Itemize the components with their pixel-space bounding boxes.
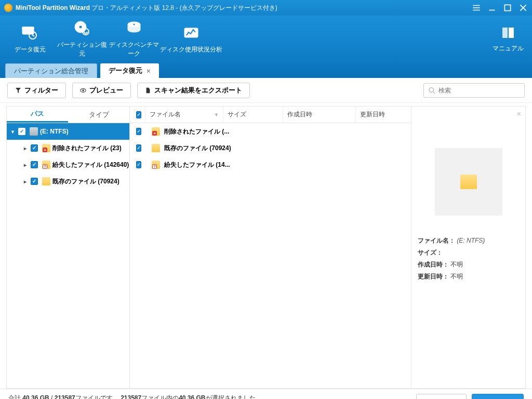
ribbon-data-recovery[interactable]: データ復元 [4,23,56,54]
svg-point-5 [79,25,82,29]
list-body: ✓ ×削除されたファイル (... ✓ 既存のファイル (70924) ✓ ?紛… [130,123,411,388]
file-name: 紛失したファイル (14... [164,161,230,169]
label-created: 作成日時： [418,261,449,268]
folder-icon [42,177,50,185]
maximize-icon[interactable] [503,3,512,12]
menu-icon[interactable] [472,3,481,12]
folder-icon: × [42,144,50,152]
ribbon-partition-recovery[interactable]: パーティション復元 [56,19,108,58]
checkbox[interactable]: ✓ [18,128,25,135]
close-icon[interactable] [518,3,528,12]
button-label: プレビュー [89,86,123,95]
checkbox[interactable]: ✓ [136,161,141,168]
minimize-icon[interactable] [487,3,497,12]
tree-tab-path[interactable]: パス [7,107,68,123]
ribbon-disk-usage[interactable]: ディスク使用状況分析 [160,23,222,54]
tree-panel: パス タイプ ▾ ✓ (E: NTFS) ▸ ✓ × 削除されたファイル (23… [6,106,130,389]
preview-panel: × ファイル名： (E: NTFS) サイズ： 作成日時： 不明 更新日時： 不… [411,106,526,389]
filter-icon [15,87,21,94]
tree-tabs: パス タイプ [7,107,129,123]
ribbon-label: ディスクベンチマーク [108,41,160,58]
preview-close-icon[interactable]: × [517,110,521,118]
ribbon-label: マニュアル [493,44,524,53]
column-modified[interactable]: 更新日時 [356,107,411,123]
drive-icon [30,127,38,136]
label-modified: 更新日時： [418,273,449,280]
column-size[interactable]: サイズ [223,107,283,123]
chevron-right-icon[interactable]: ▸ [21,145,29,151]
preview-info: ファイル名： (E: NTFS) サイズ： 作成日時： 不明 更新日時： 不明 [418,236,519,281]
list-header: ✓ ファイル名▼ サイズ 作成日時 更新日時 [130,107,411,123]
ribbon-label: パーティション復元 [56,41,108,58]
tab-label: データ復元 [109,66,142,75]
svg-point-12 [429,87,434,92]
footer-summary: 合計 40.36 GB / 213587ファイルです。 213587ファイル内の… [8,394,262,400]
list-row[interactable]: ✓ ?紛失したファイル (14... [130,156,411,173]
chevron-right-icon[interactable]: ▸ [21,179,29,184]
tree-item-existing[interactable]: ▸ ✓ 既存のファイル (70924) [7,173,129,190]
tree-item-deleted[interactable]: ▸ ✓ × 削除されたファイル (23) [7,140,129,156]
product-name: MiniTool Partition Wizard [16,4,90,11]
tree-body: ▾ ✓ (E: NTFS) ▸ ✓ × 削除されたファイル (23) ▸ ✓ ?… [7,123,129,388]
list-row[interactable]: ✓ ×削除されたファイル (... [130,123,411,140]
checkbox[interactable]: ✓ [31,144,38,152]
tree-item-lost[interactable]: ▸ ✓ ? 紛失したファイル (142640) [7,156,129,173]
ribbon-toolbar: データ復元 パーティション復元 ディスクベンチマーク ディスク使用状況分析 マニ… [0,16,532,61]
ribbon-label: データ復元 [4,45,56,54]
file-name: 既存のファイル (70924) [164,144,231,153]
file-list-panel: ✓ ファイル名▼ サイズ 作成日時 更新日時 ✓ ×削除されたファイル (...… [130,106,411,389]
tree-label: 既存のファイル (70924) [52,177,119,186]
tab-data-recovery[interactable]: データ復元 × [100,63,159,78]
checkbox[interactable]: ✓ [136,128,141,135]
export-button[interactable]: スキャン結果をエクスポート [137,83,250,98]
main-area: パス タイプ ▾ ✓ (E: NTFS) ▸ ✓ × 削除されたファイル (23… [0,103,532,389]
checkbox[interactable]: ✓ [31,178,38,185]
svg-rect-0 [504,5,510,10]
svg-point-8 [133,23,135,25]
checkbox[interactable]: ✓ [31,161,38,168]
ribbon-disk-benchmark[interactable]: ディスクベンチマーク [108,19,160,58]
search-box[interactable] [423,83,525,98]
checkbox-all[interactable]: ✓ [136,111,141,118]
checkbox[interactable]: ✓ [136,144,141,152]
save-button[interactable]: 保存 [472,394,524,400]
edition-text: プロ・アルティメット版 12.8 - (永久アップグレードサービス付き) [91,4,277,11]
folder-icon [152,144,160,152]
chevron-right-icon[interactable]: ▸ [21,162,29,168]
svg-rect-2 [22,27,34,29]
eye-icon [80,87,86,94]
list-row[interactable]: ✓ 既存のファイル (70924) [130,140,411,156]
column-name[interactable]: ファイル名▼ [145,107,223,123]
home-button[interactable]: ホーム [416,394,467,400]
folder-icon: × [152,127,160,136]
window-title: MiniTool Partition Wizard プロ・アルティメット版 12… [16,4,472,12]
manual-icon [500,24,516,41]
title-bar: MiniTool Partition Wizard プロ・アルティメット版 12… [0,0,532,16]
disk-usage-icon [182,23,201,42]
folder-icon: ? [152,161,160,169]
preview-button[interactable]: プレビュー [72,83,131,98]
tree-root-drive[interactable]: ▾ ✓ (E: NTFS) [7,123,129,140]
disk-benchmark-icon [125,19,143,37]
value-filename: (E: NTFS) [457,237,485,244]
svg-point-11 [82,89,84,91]
ribbon-label: ディスク使用状況分析 [160,45,222,54]
document-tabs: パーティション総合管理 データ復元 × [0,61,532,78]
chevron-down-icon[interactable]: ▾ [9,129,16,135]
app-logo-icon [4,4,12,12]
tab-partition-manager[interactable]: パーティション総合管理 [5,63,97,78]
tree-label: 削除されたファイル (23) [52,144,122,153]
action-toolbar: フィルター プレビュー スキャン結果をエクスポート [0,78,532,103]
label-size: サイズ： [418,249,443,256]
tab-close-icon[interactable]: × [147,67,151,75]
data-recovery-icon [21,23,39,42]
button-label: フィルター [24,86,58,95]
sort-desc-icon: ▼ [214,112,219,117]
ribbon-manual[interactable]: マニュアル [488,24,528,53]
partition-recovery-icon [73,19,91,37]
column-created[interactable]: 作成日時 [283,107,356,123]
search-input[interactable] [438,87,520,94]
tree-tab-type[interactable]: タイプ [68,107,129,123]
preview-thumbnail [435,148,502,216]
filter-button[interactable]: フィルター [7,83,66,98]
